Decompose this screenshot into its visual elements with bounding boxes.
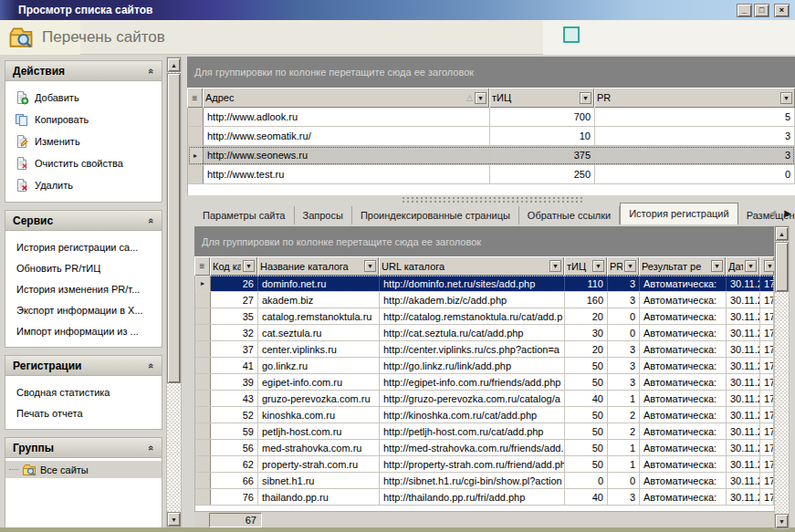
cell[interactable]: property-strah.com.ru (258, 456, 380, 472)
table-row[interactable]: 35catalog.remstanoktula.ruhttp://catalog… (195, 308, 774, 325)
table-row[interactable]: 32cat.seztula.ruhttp://cat.seztula.ru/ca… (195, 325, 774, 341)
cell[interactable]: kinoshka.com.ru (258, 407, 380, 422)
cell[interactable]: Автоматическа: (640, 308, 727, 324)
filter-dropdown-button[interactable]: ▼ (549, 260, 561, 272)
filter-dropdown-button[interactable]: ▼ (475, 92, 486, 104)
cell[interactable]: http://go.linkz.ru/link/add.php (380, 358, 565, 373)
cell[interactable]: 2 (608, 407, 640, 422)
filter-dropdown-button[interactable]: ▼ (580, 92, 591, 104)
cell[interactable]: 52 (211, 407, 258, 422)
sidebar-item[interactable]: Очистить свойства (5, 152, 162, 174)
splitter-grip[interactable] (402, 196, 584, 203)
cell[interactable]: 17: (760, 358, 774, 373)
column-header[interactable]: PR▼ (607, 256, 639, 276)
cell[interactable]: 30.11.2 (727, 407, 760, 422)
cell[interactable]: 2 (608, 423, 640, 439)
cell[interactable]: http://catalog.remstanoktula.ru/cat/add.… (380, 308, 565, 324)
cell[interactable]: 0 (565, 473, 608, 488)
cell[interactable]: gruzo-perevozka.com.ru (258, 391, 380, 406)
cell[interactable]: 30.11.2 (727, 489, 760, 505)
cell[interactable]: 3 (595, 127, 795, 145)
cell[interactable]: http://www.test.ru (204, 165, 490, 183)
bottom-table-scrollbar[interactable]: ▲ ▼ (774, 225, 790, 529)
cell[interactable]: 30.11.2 (727, 374, 760, 390)
filter-dropdown-button[interactable]: ▼ (764, 260, 774, 272)
cell[interactable]: 17: (760, 374, 774, 390)
table-row[interactable]: http://www.test.ru2500 (188, 165, 795, 184)
cell[interactable]: http://center.viplinks.ru/cs.php?action=… (380, 341, 565, 357)
column-header[interactable]: Результат ре▼ (639, 256, 726, 276)
scroll-down-icon[interactable]: ▼ (775, 514, 789, 528)
tab-item[interactable]: Обратные ссылки (519, 206, 620, 224)
cell[interactable]: 3 (608, 489, 640, 505)
cell[interactable]: 43 (211, 391, 258, 406)
cell[interactable]: 32 (211, 325, 258, 340)
sidebar-item[interactable]: Изменить (5, 130, 162, 152)
group-by-bar[interactable]: Для группировки по колонке перетащите сю… (187, 57, 795, 88)
cell[interactable]: 35 (211, 308, 258, 324)
cell[interactable]: cat.seztula.ru (258, 325, 380, 340)
cell[interactable]: 17: (760, 423, 774, 439)
cell[interactable]: http://petljh-host.com.ru/cat/add.php (380, 423, 565, 439)
cell[interactable]: 59 (211, 423, 258, 439)
cell[interactable]: 30.11.2 (727, 440, 760, 455)
cell[interactable]: Автоматическа: (640, 456, 727, 472)
column-header[interactable]: ▼ (759, 256, 774, 276)
cell[interactable]: akadem.biz (258, 292, 380, 308)
cell[interactable]: 30.11.2 (727, 358, 760, 373)
cell[interactable]: http://kinoshka.com.ru/cat/add.php (380, 407, 565, 422)
filter-dropdown-button[interactable]: ▼ (711, 260, 723, 272)
cell[interactable]: 1 (608, 440, 640, 455)
cell[interactable]: egipet-info.com.ru (258, 374, 380, 390)
cell[interactable]: 17: (760, 341, 774, 357)
cell[interactable]: 17: (760, 308, 774, 324)
table-row[interactable]: 43gruzo-perevozka.com.ruhttp://gruzo-per… (195, 391, 774, 407)
cell[interactable]: 30.11.2 (727, 325, 760, 340)
cell[interactable]: 30.11.2 (727, 391, 760, 406)
scroll-up-icon[interactable]: ▲ (775, 226, 789, 241)
cell[interactable]: 17: (760, 473, 774, 488)
table-row[interactable]: 76thailando.pp.ruhttp://thailando.pp.ru/… (195, 489, 774, 506)
cell[interactable]: 50 (565, 440, 608, 455)
tab-item[interactable]: Запросы (295, 206, 352, 224)
cell[interactable]: 30.11.2 (727, 308, 760, 324)
cell[interactable]: Автоматическа: (640, 358, 727, 373)
cell[interactable]: http://www.adlook.ru (204, 108, 490, 126)
scroll-down-icon[interactable]: ▼ (167, 512, 181, 527)
cell[interactable]: thailando.pp.ru (258, 489, 380, 505)
cell[interactable]: 30.11.2 (727, 276, 760, 291)
cell[interactable]: 17: (760, 456, 774, 472)
tab-item[interactable]: Проиндексированные страницы (352, 206, 519, 224)
tab-scroll-left-icon[interactable]: ◀ (769, 208, 777, 218)
sidebar-scrollbar[interactable]: ▲ ▼ (166, 57, 182, 527)
panel-header[interactable]: Регистрации« (5, 356, 162, 376)
scroll-up-icon[interactable]: ▲ (167, 57, 181, 72)
column-header[interactable]: Код ка▼ (210, 256, 257, 276)
cell[interactable]: 3 (608, 292, 640, 308)
filter-dropdown-button[interactable]: ▼ (780, 92, 792, 104)
cell[interactable]: 37 (211, 341, 258, 357)
cell[interactable]: http://www.seomatik.ru/ (204, 127, 490, 145)
cell[interactable]: 50 (565, 456, 608, 472)
filter-dropdown-button[interactable]: ▼ (243, 260, 255, 272)
cell[interactable]: Автоматическа: (640, 325, 727, 340)
cell[interactable]: 0 (608, 473, 640, 488)
sidebar-item[interactable]: История изменения PR/т... (5, 278, 162, 299)
cell[interactable]: 50 (565, 374, 608, 390)
sidebar-item[interactable]: Добавить (5, 87, 162, 109)
sidebar-item[interactable]: Сводная статистика (5, 381, 162, 402)
table-row[interactable]: 37center.viplinks.ruhttp://center.viplin… (195, 341, 774, 358)
filter-dropdown-button[interactable]: ▼ (364, 260, 376, 272)
cell[interactable]: 700 (490, 108, 595, 126)
cell[interactable]: http://gruzo-perevozka.com.ru/catalog/a (380, 391, 565, 406)
cell[interactable]: 17: (760, 276, 774, 291)
cell[interactable]: http://thailando.pp.ru/fri/add.php (380, 489, 565, 505)
cell[interactable]: 1 (608, 456, 640, 472)
table-row[interactable]: 52kinoshka.com.ruhttp://kinoshka.com.ru/… (195, 407, 774, 423)
cell[interactable]: center.viplinks.ru (258, 341, 380, 357)
cell[interactable]: 20 (565, 308, 608, 324)
cell[interactable]: 3 (608, 276, 640, 291)
table-row[interactable]: ▸http://www.seonews.ru3753 (188, 146, 795, 165)
cell[interactable]: Автоматическа: (640, 489, 727, 505)
sidebar-item[interactable]: Удалить (5, 174, 162, 196)
